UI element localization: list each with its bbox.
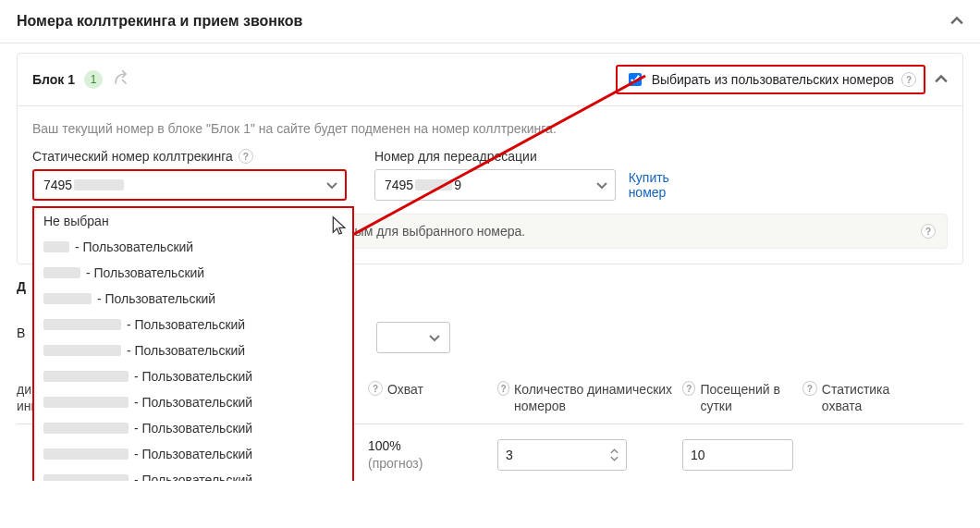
help-icon[interactable]: ? — [497, 381, 509, 396]
dropdown-option[interactable]: - Пользовательский — [34, 415, 352, 441]
dynamic-count-input[interactable]: 3 — [497, 439, 627, 471]
user-numbers-checkbox-input[interactable] — [629, 73, 642, 86]
help-icon[interactable]: ? — [921, 224, 936, 239]
dropdown-option-none[interactable]: Не выбран — [34, 208, 352, 234]
help-icon[interactable]: ? — [368, 381, 383, 396]
block-panel: Блок 1 1 Выбирать из пользовательских но… — [17, 53, 963, 264]
static-number-dropdown[interactable]: Не выбран - Пользовательский - Пользоват… — [32, 206, 354, 481]
col-stats: Статистика охвата — [822, 381, 932, 414]
forward-number-prefix: 7495 — [385, 178, 413, 192]
user-numbers-checkbox-label: Выбирать из пользовательских номеров — [652, 72, 894, 87]
routing-icon — [112, 69, 130, 91]
dropdown-option[interactable]: - Пользовательский — [34, 312, 352, 338]
chevron-down-icon — [326, 179, 337, 190]
buy-number-link[interactable]: Купить номер — [629, 169, 689, 201]
dropdown-option[interactable]: - Пользовательский — [34, 286, 352, 312]
dropdown-option[interactable]: - Пользовательский — [34, 363, 352, 389]
forward-number-select[interactable]: 7495 9 — [374, 169, 616, 201]
static-number-value: 7495 — [43, 178, 72, 192]
help-icon[interactable]: ? — [802, 381, 817, 396]
user-numbers-checkbox[interactable]: Выбирать из пользовательских номеров ? — [616, 65, 925, 94]
help-icon[interactable]: ? — [901, 72, 916, 87]
chevron-down-icon — [596, 179, 607, 190]
chevron-up-icon[interactable] — [935, 73, 948, 86]
dropdown-option[interactable]: - Пользовательский — [34, 389, 352, 415]
visits-input[interactable]: 10 — [682, 439, 793, 471]
hidden-section-v: В — [17, 325, 25, 340]
coverage-sub: (прогноз) — [368, 455, 497, 472]
forward-number-label: Номер для переадресации — [374, 149, 537, 164]
hidden-select[interactable] — [376, 322, 450, 353]
col-dyn-count: Количество динамических номеров — [514, 381, 682, 414]
dropdown-option[interactable]: - Пользовательский — [34, 234, 352, 260]
block-description: Ваш текущий номер в блоке "Блок 1" на са… — [32, 121, 948, 136]
block-title: Блок 1 — [32, 72, 75, 87]
coverage-value: 100% — [368, 437, 497, 454]
stepper-icon[interactable] — [610, 448, 619, 461]
dropdown-option[interactable]: - Пользовательский — [34, 338, 352, 363]
forward-number-suffix: 9 — [454, 178, 461, 192]
dropdown-option[interactable]: - Пользовательский — [34, 467, 352, 481]
dropdown-option[interactable]: - Пользовательский — [34, 441, 352, 467]
chevron-up-icon[interactable] — [950, 15, 963, 28]
dropdown-option[interactable]: - Пользовательский — [34, 260, 352, 286]
help-icon[interactable]: ? — [682, 381, 695, 396]
col-coverage: Охват — [387, 381, 423, 398]
col-visits: Посещений в сутки — [700, 381, 802, 414]
static-number-label: Статический номер коллтрекинга — [32, 149, 233, 164]
static-number-select[interactable]: 7495 — [32, 169, 347, 201]
section-title: Номера коллтрекинга и прием звонков — [17, 13, 302, 30]
chevron-down-icon — [429, 332, 440, 343]
help-icon[interactable]: ? — [239, 149, 253, 164]
count-badge: 1 — [84, 70, 103, 89]
